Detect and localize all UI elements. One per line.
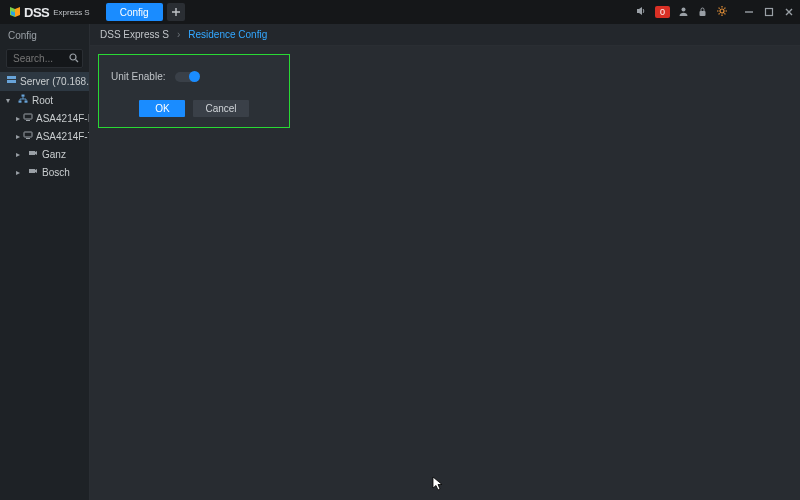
svg-rect-8: [19, 101, 22, 103]
svg-rect-15: [29, 169, 35, 173]
sidebar: Config Server (70.168.153.130) ▾ Root: [0, 24, 90, 500]
tree-server-label: Server (70.168.153.130): [20, 76, 89, 87]
device-icon: [23, 112, 33, 124]
titlebar: DSS Express S Config 0: [0, 0, 800, 24]
svg-rect-5: [7, 76, 16, 79]
tree-item-label: ASA4214F-Irvine: [36, 113, 89, 124]
add-tab-button[interactable]: [167, 3, 185, 21]
ok-button[interactable]: OK: [139, 100, 185, 117]
chevron-right-icon: ▸: [16, 132, 20, 141]
svg-rect-13: [26, 138, 30, 139]
svg-rect-9: [25, 101, 28, 103]
search-row: [6, 49, 83, 68]
logo-icon: [8, 5, 22, 19]
svg-rect-3: [766, 9, 773, 16]
chevron-right-icon: ›: [177, 29, 180, 40]
tree-server[interactable]: Server (70.168.153.130): [0, 72, 89, 91]
alert-badge[interactable]: 0: [655, 6, 670, 18]
tab-strip: Config: [106, 3, 185, 21]
tree-item-label: Ganz: [42, 149, 66, 160]
chevron-right-icon: ▸: [16, 114, 20, 123]
svg-point-0: [682, 7, 686, 11]
tree: Server (70.168.153.130) ▾ Root ▸ ASA4214…: [0, 72, 89, 181]
breadcrumb-current[interactable]: Residence Config: [188, 29, 267, 40]
svg-rect-11: [26, 120, 30, 121]
maximize-button[interactable]: [762, 5, 776, 19]
org-icon: [17, 94, 29, 106]
minimize-button[interactable]: [742, 5, 756, 19]
server-icon: [6, 75, 17, 88]
svg-rect-1: [700, 11, 706, 16]
tree-root-label: Root: [32, 95, 53, 106]
chevron-right-icon: ▸: [16, 168, 24, 177]
brand-subtext: Express S: [53, 8, 89, 17]
svg-rect-6: [7, 80, 16, 83]
breadcrumb: DSS Express S › Residence Config: [90, 24, 800, 46]
brand-text: DSS: [24, 5, 49, 20]
button-row: OK Cancel: [111, 100, 277, 117]
app-logo: DSS Express S: [8, 5, 90, 20]
tab-label: Config: [120, 7, 149, 18]
tree-item-bosch[interactable]: ▸ Bosch: [10, 163, 89, 181]
cancel-button[interactable]: Cancel: [193, 100, 248, 117]
main-area: DSS Express S › Residence Config Unit En…: [90, 24, 800, 500]
device-icon: [23, 130, 33, 142]
tab-config[interactable]: Config: [106, 3, 163, 21]
camera-icon: [27, 166, 39, 178]
svg-rect-10: [24, 114, 32, 119]
titlebar-right: 0: [635, 5, 796, 19]
tree-item-label: ASA4214F-Texas: [36, 131, 89, 142]
unit-enable-label: Unit Enable:: [111, 71, 165, 82]
content: Unit Enable: OK Cancel: [90, 46, 800, 500]
unit-enable-row: Unit Enable:: [111, 71, 277, 82]
svg-rect-7: [22, 95, 25, 97]
volume-icon[interactable]: [635, 5, 647, 19]
lock-icon[interactable]: [697, 6, 708, 19]
toggle-knob: [189, 71, 200, 82]
camera-icon: [27, 148, 39, 160]
search-icon[interactable]: [69, 53, 79, 65]
close-button[interactable]: [782, 5, 796, 19]
window-controls: [742, 5, 796, 19]
tree-item-label: Bosch: [42, 167, 70, 178]
svg-rect-12: [24, 132, 32, 137]
svg-point-2: [720, 9, 724, 13]
unit-enable-toggle[interactable]: [175, 72, 199, 82]
chevron-right-icon: ▸: [16, 150, 24, 159]
svg-rect-14: [29, 151, 35, 155]
tree-item-texas[interactable]: ▸ ASA4214F-Texas: [10, 127, 89, 145]
sidebar-title: Config: [0, 24, 89, 47]
settings-icon[interactable]: [716, 5, 728, 19]
tree-root[interactable]: ▾ Root: [0, 91, 89, 109]
chevron-down-icon: ▾: [6, 96, 14, 105]
breadcrumb-root[interactable]: DSS Express S: [100, 29, 169, 40]
user-icon[interactable]: [678, 6, 689, 19]
tree-item-irvine[interactable]: ▸ ASA4214F-Irvine: [10, 109, 89, 127]
config-panel: Unit Enable: OK Cancel: [98, 54, 290, 128]
svg-point-4: [70, 54, 76, 60]
tree-item-ganz[interactable]: ▸ Ganz: [10, 145, 89, 163]
